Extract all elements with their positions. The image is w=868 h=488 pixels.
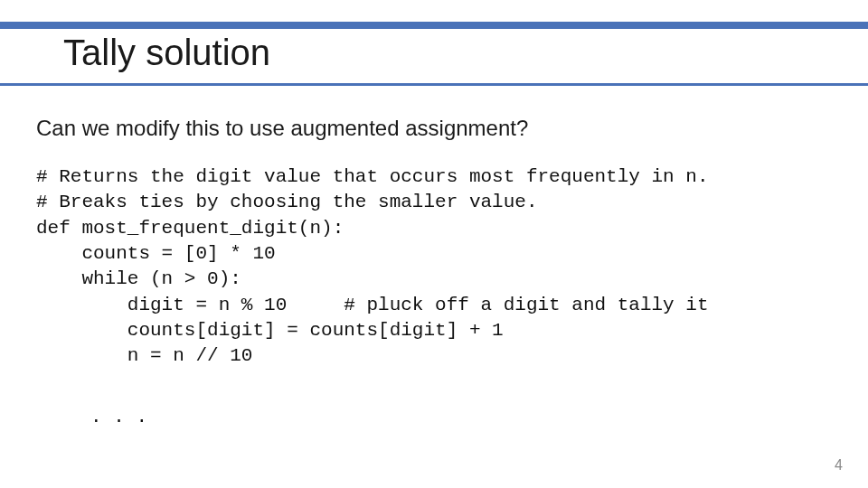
slide-title: Tally solution [63,33,270,73]
title-underline [0,83,868,86]
question-text: Can we modify this to use augmented assi… [36,116,528,141]
page-number: 4 [835,457,843,474]
ellipsis: . . . [90,407,147,427]
slide: Tally solution Can we modify this to use… [0,0,868,488]
code-block: # Returns the digit value that occurs mo… [36,164,709,370]
top-accent-bar [0,22,868,29]
